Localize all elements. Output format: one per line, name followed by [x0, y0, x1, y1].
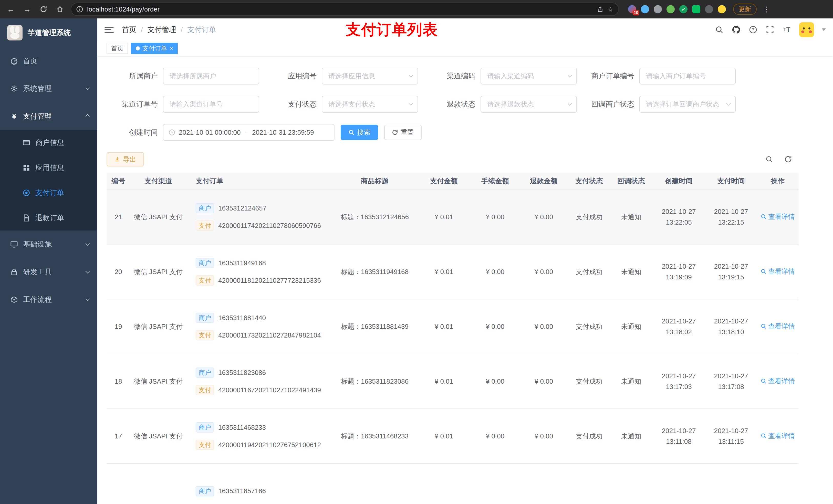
sidebar-item-home[interactable]: 首页 [0, 47, 97, 75]
extension-icon[interactable] [641, 5, 649, 13]
extension-icon[interactable] [718, 5, 726, 13]
help-icon[interactable]: ? [748, 25, 758, 34]
font-size-icon[interactable]: TT [782, 25, 791, 34]
extension-icon[interactable]: ✓ [679, 5, 688, 13]
create-date: 2021-10-27 [652, 206, 706, 217]
sidebar-item-system[interactable]: 系统管理 [0, 75, 97, 102]
table-row[interactable]: 17 微信 JSAPI 支付 商户 1635311468233 支付 42000… [106, 409, 799, 463]
product-title: 标题：1635311881439 [341, 323, 409, 330]
app-title: 芋道管理系统 [28, 28, 71, 38]
table-row[interactable]: 21 微信 JSAPI 支付 商户 1635312124657 支付 42000… [106, 190, 799, 244]
sidebar-item-dev-tools[interactable]: 研发工具 [0, 258, 97, 286]
callback-status-label: 回调商户状态 [583, 99, 639, 109]
browser-window: ← → localhost:1024/pay/order ☆ 10 ✓ [0, 0, 833, 504]
share-icon[interactable] [597, 6, 603, 13]
sidebar-item-infra[interactable]: 基础设施 [0, 231, 97, 258]
site-info-icon[interactable] [76, 6, 83, 13]
notify-status: 未通知 [621, 268, 641, 275]
view-details-link[interactable]: 查看详情 [761, 212, 795, 221]
pay-channel: 微信 JSAPI 支付 [134, 432, 183, 440]
browser-update-button[interactable]: 更新 [733, 4, 757, 15]
extension-icon[interactable] [654, 5, 662, 13]
forward-button[interactable]: → [22, 5, 33, 14]
address-bar[interactable]: localhost:1024/pay/order ☆ [71, 3, 619, 16]
sidebar-item-app-info[interactable]: 应用信息 [0, 155, 97, 180]
url-text[interactable]: localhost:1024/pay/order [87, 6, 593, 13]
merchant-tag: 商户 [196, 313, 214, 323]
table-row[interactable]: 商户 1635311857186 [106, 463, 799, 504]
close-icon[interactable]: × [170, 45, 173, 51]
column-header: 创建时间 [652, 173, 706, 190]
hamburger-icon[interactable] [104, 27, 114, 33]
merchant-order-no: 1635311823086 [218, 369, 266, 377]
pay-amount: ¥ 0.01 [435, 432, 453, 440]
extension-icon[interactable] [667, 5, 675, 13]
view-details-link[interactable]: 查看详情 [761, 377, 795, 386]
merchant-order-no: 1635312124657 [218, 205, 266, 212]
callback-status-select[interactable] [639, 96, 736, 113]
reset-button[interactable]: 重置 [384, 125, 422, 140]
create-date: 2021-10-27 [652, 316, 706, 327]
breadcrumb-level1[interactable]: 支付管理 [147, 25, 176, 34]
active-dot [136, 46, 140, 50]
pay-amount: ¥ 0.01 [435, 213, 453, 221]
browser-menu-icon[interactable]: ⋮ [763, 5, 770, 14]
sidebar-item-pay-order[interactable]: 支付订单 [0, 180, 97, 206]
refund-status-select[interactable] [480, 96, 577, 113]
sidebar-item-pay[interactable]: ¥ 支付管理 [0, 102, 97, 130]
refund-amount: ¥ 0.00 [534, 213, 553, 221]
order-id: 21 [115, 213, 122, 221]
user-avatar[interactable] [799, 22, 814, 37]
merchant-order-no: 1635311881440 [218, 314, 266, 322]
page-annotation: 支付订单列表 [346, 20, 438, 40]
avatar-caret-icon[interactable] [822, 28, 826, 31]
sidebar-logo[interactable]: 芋道管理系统 [0, 19, 97, 47]
view-details-link[interactable]: 查看详情 [761, 322, 795, 331]
home-button[interactable] [54, 6, 66, 13]
target-icon [23, 189, 30, 197]
extension-badge: 10 [633, 10, 639, 15]
app-no-select[interactable] [322, 68, 418, 85]
channel-order-input[interactable] [163, 96, 259, 113]
svg-text:?: ? [752, 27, 754, 32]
table-row[interactable]: 18 微信 JSAPI 支付 商户 1635311823086 支付 42000… [106, 354, 799, 409]
search-button[interactable]: 搜索 [341, 125, 378, 140]
yen-icon: ¥ [10, 113, 18, 120]
fullscreen-icon[interactable] [765, 25, 775, 34]
back-button[interactable]: ← [5, 5, 16, 14]
create-time: 13:22:05 [652, 217, 706, 228]
extension-icon[interactable]: 10 [628, 5, 636, 13]
github-icon[interactable] [732, 25, 741, 34]
table-row[interactable]: 20 微信 JSAPI 支付 商户 1635311949168 支付 42000… [106, 244, 799, 299]
tag-pay-order[interactable]: 支付订单 × [131, 43, 178, 54]
search-icon[interactable] [715, 25, 724, 34]
channel-code-select[interactable] [480, 68, 577, 85]
refund-status-label: 退款状态 [424, 99, 480, 109]
refresh-icon[interactable] [784, 155, 792, 163]
owner-label: 所属商户 [106, 71, 163, 81]
refund-amount: ¥ 0.00 [534, 268, 553, 275]
view-details-link[interactable]: 查看详情 [761, 267, 795, 276]
sidebar-item-merchant-info[interactable]: 商户信息 [0, 130, 97, 155]
reload-button[interactable] [38, 6, 49, 13]
lock-icon [10, 268, 18, 276]
tag-home[interactable]: 首页 [106, 43, 128, 54]
fee-amount: ¥ 0.00 [486, 213, 504, 221]
date-range-picker[interactable]: 2021-10-01 00:00:00 - 2021-10-31 23:59:5… [163, 124, 335, 141]
owner-input[interactable] [163, 68, 259, 85]
channel-order-no: 4200001173202110272847982104 [218, 331, 321, 339]
export-button[interactable]: 导出 [106, 152, 144, 166]
breadcrumb-home[interactable]: 首页 [122, 25, 136, 34]
extension-icon[interactable] [692, 5, 700, 13]
table-row[interactable]: 19 微信 JSAPI 支付 商户 1635311881440 支付 42000… [106, 299, 799, 354]
toggle-search-icon[interactable] [765, 155, 773, 163]
sidebar-item-workflow[interactable]: 工作流程 [0, 286, 97, 313]
pay-channel: 微信 JSAPI 支付 [134, 268, 183, 275]
bookmark-star-icon[interactable]: ☆ [608, 6, 613, 13]
extension-icon[interactable] [705, 5, 713, 13]
view-details-link[interactable]: 查看详情 [761, 432, 795, 440]
sidebar-item-refund-order[interactable]: 退款订单 [0, 206, 97, 231]
box-icon [10, 296, 18, 304]
pay-status-select[interactable] [322, 96, 418, 113]
merchant-order-input[interactable] [639, 68, 736, 85]
